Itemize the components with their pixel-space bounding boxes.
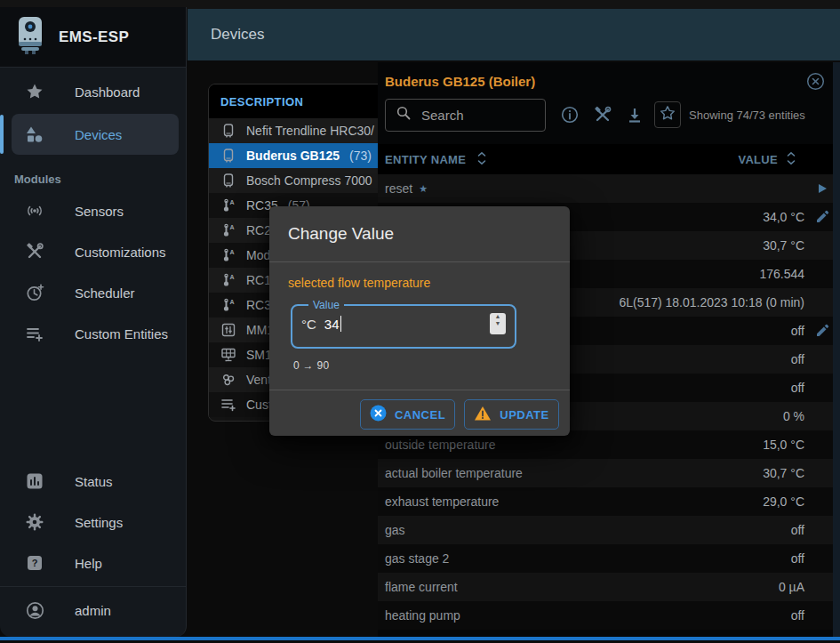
entity-count-status: Showing 74/73 entities <box>689 109 805 122</box>
entity-value: off <box>791 381 804 395</box>
device-name: SM1 <box>246 348 272 362</box>
download-icon[interactable] <box>627 107 643 124</box>
entity-row[interactable]: flame current 0 µA <box>378 573 840 601</box>
gear-icon <box>25 513 44 531</box>
dialog-entity-label: selected flow temperature <box>288 276 430 290</box>
entity-row[interactable]: exhaust temperature 29,0 °C <box>378 487 840 516</box>
sidebar-item-admin[interactable]: admin <box>0 590 186 631</box>
entity-value: 34,0 °C <box>763 210 804 224</box>
devices-icon <box>25 125 44 143</box>
device-name: Buderus GB125 <box>246 149 340 163</box>
boiler-icon <box>220 149 236 164</box>
entity-panel-title: Buderus GB125 (Boiler) <box>385 74 535 89</box>
value-field-label: Value <box>308 299 344 311</box>
entity-panel-controls: Showing 74/73 entities <box>385 98 805 132</box>
svg-text:A: A <box>230 299 235 305</box>
page-title: Devices <box>211 26 264 44</box>
boiler-icon <box>220 173 236 189</box>
entity-value: 29,0 °C <box>763 494 804 509</box>
entity-row[interactable]: gas stage 2 off <box>378 544 840 573</box>
app-logo-area: EMS-ESP <box>0 7 186 68</box>
entity-row[interactable]: actual boiler temperature 30,7 °C <box>378 459 840 487</box>
status-icon <box>25 472 44 490</box>
sidebar-item-devices[interactable]: Devices <box>12 114 179 155</box>
sidebar-item-label: Devices <box>75 127 122 142</box>
device-name: Vent <box>246 373 271 387</box>
sidebar-item-customizations[interactable]: Customizations <box>0 231 186 272</box>
warning-icon <box>474 406 492 424</box>
entity-row[interactable]: gas off <box>378 516 840 544</box>
text-caret <box>340 316 342 332</box>
sidebar-item-custom-entities[interactable]: Custom Entities <box>0 313 186 354</box>
entity-value: 6L(517) 18.01.2023 10:18 (0 min) <box>619 295 804 309</box>
thermostat-icon: A <box>220 198 236 213</box>
solar-icon <box>220 348 236 362</box>
scheduler-icon <box>25 284 44 302</box>
sidebar-item-sensors[interactable]: Sensors <box>0 190 186 231</box>
entity-name: flame current <box>385 580 779 594</box>
entity-name: exhaust temperature <box>385 494 763 509</box>
entity-table-header: ENTITY NAME VALUE <box>378 144 840 174</box>
svg-text:A: A <box>230 274 235 280</box>
entity-name: gas <box>385 523 791 537</box>
dialog-title: Change Value <box>269 206 570 262</box>
device-entity-count: (73) <box>349 149 372 163</box>
sidebar-item-settings[interactable]: Settings <box>0 502 186 543</box>
sidebar-user-section: admin <box>0 586 186 631</box>
svg-text:A: A <box>230 224 235 230</box>
sidebar-nav: Dashboard Devices Modules Sensors Custom… <box>0 71 186 354</box>
update-button[interactable]: UPDATE <box>464 399 559 430</box>
sidebar-footer-nav: Status Settings ? Help <box>0 461 186 583</box>
account-icon <box>25 601 44 620</box>
page-header: Devices <box>188 9 840 60</box>
thermostat-icon: A <box>220 298 236 312</box>
value-input[interactable]: 34 <box>324 317 340 332</box>
entity-value: 30,7 °C <box>763 238 804 253</box>
entity-row[interactable]: reset★ <box>378 174 840 203</box>
close-circle-icon[interactable] <box>806 72 825 94</box>
svg-text:A: A <box>230 199 235 205</box>
help-icon: ? <box>25 554 44 572</box>
vertical-scrollbar[interactable] <box>833 62 840 637</box>
entity-value: 30,7 °C <box>763 466 804 480</box>
sidebar-item-label: Settings <box>75 515 123 530</box>
search-box[interactable] <box>385 99 546 132</box>
playlist-add-icon <box>220 398 236 412</box>
sidebar-item-status[interactable]: Status <box>0 461 186 502</box>
entity-name: heating pump <box>385 608 791 623</box>
entity-name: gas stage 2 <box>385 551 791 566</box>
svg-text:?: ? <box>32 558 38 568</box>
entity-value: 176.544 <box>759 267 804 281</box>
column-value: VALUE <box>738 153 778 166</box>
sidebar-item-label: Customizations <box>75 245 166 260</box>
sidebar-item-label: Sensors <box>75 204 124 219</box>
bottom-scrollbar[interactable] <box>0 637 840 640</box>
number-stepper[interactable]: ▲▼ <box>490 313 506 334</box>
entity-name: reset★ <box>385 181 804 196</box>
sort-icon[interactable] <box>787 151 796 168</box>
entity-name: outside temperature <box>385 438 763 452</box>
sort-icon[interactable] <box>477 151 486 168</box>
sidebar-item-help[interactable]: ? Help <box>0 543 186 583</box>
mixer-icon <box>220 323 236 337</box>
value-unit: °C <box>301 317 316 332</box>
column-entity-name: ENTITY NAME <box>385 153 466 166</box>
thermostat-icon: A <box>220 223 236 237</box>
app-title: EMS-ESP <box>59 28 129 46</box>
sensors-icon <box>25 203 44 219</box>
entity-value: 15,0 °C <box>763 438 804 452</box>
cancel-button[interactable]: CANCEL <box>360 399 455 430</box>
entity-row[interactable]: heating pump off <box>378 601 840 630</box>
sidebar-item-label: Dashboard <box>75 84 140 100</box>
sidebar-item-dashboard[interactable]: Dashboard <box>0 71 186 112</box>
tools-icon[interactable] <box>594 106 612 124</box>
favorites-filter-button[interactable] <box>654 101 681 128</box>
step-down-icon[interactable]: ▼ <box>495 324 501 331</box>
change-value-dialog: Change Value selected flow temperature V… <box>269 206 570 436</box>
sidebar-item-scheduler[interactable]: Scheduler <box>0 272 186 313</box>
sidebar: EMS-ESP Dashboard Devices Modules Sensor… <box>0 7 187 637</box>
entity-value: off <box>791 352 804 366</box>
info-icon[interactable] <box>561 106 579 124</box>
tools-icon <box>25 243 44 261</box>
search-input[interactable] <box>420 107 535 124</box>
